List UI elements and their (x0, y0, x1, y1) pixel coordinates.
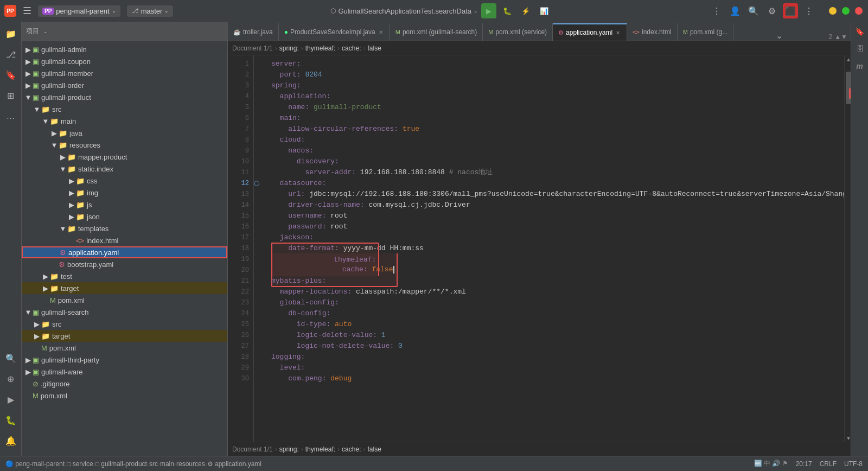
status-resources[interactable]: resources (176, 460, 205, 468)
status-encoding[interactable]: UTF-8 (844, 460, 863, 468)
scroll-up-button[interactable]: ▲ (845, 55, 851, 63)
tree-item-gulimall-member[interactable]: ▶ ▣ gulimall-member (22, 67, 227, 79)
tree-item-gulimall-product[interactable]: ▼ ▣ gulimall-product (22, 91, 227, 103)
tab-pom-g[interactable]: M pom.xml (g... (678, 23, 734, 41)
code-editor[interactable]: 1 2 3 4 5 6 7 8 9 10 11 12 13 14 15 16 1… (228, 55, 851, 442)
tree-item-js[interactable]: ▶ 📁 js (22, 199, 227, 211)
tab-up-arrow[interactable]: ▲ (834, 33, 841, 41)
tree-item-templates[interactable]: ▼ 📁 templates (22, 222, 227, 234)
close-button[interactable] (855, 7, 863, 15)
tab-close-icon[interactable]: ✕ (615, 30, 621, 36)
debug-button[interactable]: 🐛 (500, 3, 515, 18)
status-file[interactable]: ⚙ application.yaml (207, 460, 261, 468)
tree-item-mapper-product[interactable]: ▶ 📁 mapper.product (22, 151, 227, 163)
folder-icon: 📁 (67, 153, 76, 161)
tree-item-index-html[interactable]: ▶ <> index.html (22, 234, 227, 246)
tree-item-gulimall-admin[interactable]: ▶ ▣ gulimall-admin (22, 43, 227, 55)
status-service[interactable]: □ service (67, 460, 93, 468)
editor-vertical-scrollbar[interactable]: ▲ ▼ (844, 55, 851, 442)
tree-item-pom-search[interactable]: ▶ M pom.xml (22, 342, 227, 354)
tree-item-json[interactable]: ▶ 📁 json (22, 211, 227, 222)
breadcrumb-cache[interactable]: cache: (342, 44, 361, 52)
tree-item-java[interactable]: ▶ 📁 java (22, 127, 227, 139)
tab-scroll-more[interactable]: ⌄ (774, 30, 785, 41)
tree-item-static-index[interactable]: ▼ 📁 static.index (22, 163, 227, 175)
search-everywhere-button[interactable]: 🔍 (746, 3, 761, 18)
bc-thymeleaf[interactable]: thymeleaf: (305, 445, 335, 453)
more-button[interactable]: ⋮ (801, 3, 816, 18)
status-main[interactable]: main (160, 460, 174, 468)
sidebar-bookmarks-button[interactable]: 🔖 (1, 65, 21, 85)
tree-item-resources[interactable]: ▼ 📁 resources (22, 139, 227, 151)
tree-item-src-search[interactable]: ▶ 📁 src (22, 318, 227, 330)
tree-item-gulimall-order[interactable]: ▶ ▣ gulimall-order (22, 79, 227, 91)
right-panel-db[interactable]: 🗄 (852, 41, 867, 56)
right-panel-m[interactable]: m (852, 59, 867, 74)
tree-item-pom-product[interactable]: ▶ M pom.xml (22, 294, 227, 306)
tree-item-gulimall-third-party[interactable]: ▶ ▣ gulimall-third-party (22, 354, 227, 366)
tab-close-icon[interactable]: ✕ (378, 29, 384, 35)
sidebar-debug-button[interactable]: 🐛 (1, 410, 21, 430)
coverage-button[interactable]: ⚡ (518, 3, 533, 18)
more-options-button[interactable]: ⋮ (709, 3, 724, 18)
bc-spring[interactable]: spring: (279, 445, 299, 453)
run-button[interactable]: ▶ (481, 3, 496, 18)
code-content[interactable]: server: port: 8204 spring: application: … (265, 55, 844, 442)
settings-button[interactable]: ⚙ (764, 3, 780, 18)
tab-down-arrow[interactable]: ▼ (841, 33, 847, 41)
tree-item-main[interactable]: ▼ 📁 main (22, 115, 227, 127)
tree-item-bootstrap-yaml[interactable]: ▶ ⚙ bootstrap.yaml (22, 258, 227, 270)
tree-item-pom-root[interactable]: ▶ ⊘ .gitignore (22, 378, 227, 390)
tab-index-html[interactable]: <> index.html (627, 23, 678, 41)
tree-item-target-search[interactable]: ▶ 📁 target (22, 330, 227, 342)
tab-pom-search[interactable]: M pom.xml (gulimall-search) (390, 23, 483, 41)
scroll-down-button[interactable]: ▼ (845, 434, 851, 442)
tree-item-pom-parent[interactable]: ▶ M pom.xml (22, 390, 227, 402)
minimize-button[interactable] (829, 7, 837, 15)
stop-button[interactable]: ⬛ (783, 3, 798, 18)
tree-item-gulimall-ware[interactable]: ▶ ▣ gulimall-ware (22, 366, 227, 378)
sidebar-more-button[interactable]: … (1, 106, 21, 126)
hamburger-icon[interactable]: ☰ (21, 3, 34, 19)
tab-product-save[interactable]: ● ProductSaveServiceImpl.java ✕ (279, 23, 390, 41)
tree-item-gulimall-coupon[interactable]: ▶ ▣ gulimall-coupon (22, 55, 227, 67)
status-project[interactable]: 🔵 peng-mall-parent (5, 460, 65, 468)
run-configuration[interactable]: ⬡ GulimallSearchApplicationTest.searchDa… (330, 7, 478, 15)
profiler-button[interactable]: 📊 (537, 3, 552, 18)
breadcrumb-thymeleaf[interactable]: thymeleaf: (305, 44, 335, 52)
tab-application-yaml[interactable]: ⚙ application.yaml ✕ (553, 23, 627, 41)
tree-item-gulimall-search[interactable]: ▼ ▣ gulimall-search (22, 306, 227, 318)
sidebar-run-button[interactable]: ▶ (1, 390, 21, 409)
sidebar-git-button[interactable]: ⊕ (1, 369, 21, 389)
tree-item-application-yaml[interactable]: ▶ ⚙ application.yaml (22, 246, 227, 258)
file-tree-content[interactable]: ▶ ▣ gulimall-admin ▶ ▣ gulimall-coupon ▶… (22, 41, 227, 456)
gutter-fold-icon[interactable]: ⬡ (254, 180, 259, 187)
status-module[interactable]: □ gulimall-product (95, 460, 147, 468)
sidebar-notifications-button[interactable]: 🔔 (1, 431, 21, 450)
tree-item-css[interactable]: ▶ 📁 css (22, 175, 227, 187)
sidebar-project-button[interactable]: 📁 (1, 24, 21, 43)
profile-icon[interactable]: 👤 (727, 3, 743, 18)
bc-cache[interactable]: cache: (342, 445, 361, 453)
tree-item-src[interactable]: ▼ 📁 src (22, 103, 227, 115)
maximize-button[interactable] (842, 7, 850, 15)
project-selector[interactable]: PP peng-mall-parent ⌄ (38, 5, 120, 17)
breadcrumb-false[interactable]: false (367, 44, 381, 52)
sidebar-structure-button[interactable]: ⊞ (1, 86, 21, 105)
bc-false[interactable]: false (367, 445, 381, 453)
tree-item-img[interactable]: ▶ 📁 img (22, 187, 227, 199)
breadcrumb-spring[interactable]: spring: (279, 44, 299, 52)
vcs-branch-selector[interactable]: ⎇ master ⌄ (127, 5, 174, 17)
tree-item-test[interactable]: ▶ 📁 test (22, 270, 227, 282)
tab-pom-service[interactable]: M pom.xml (service) (483, 23, 553, 41)
status-line-ending[interactable]: CRLF (820, 460, 837, 468)
sidebar-commit-button[interactable]: ⎇ (1, 44, 21, 64)
status-icons[interactable]: 🔤 中 🔊 ⚑ (754, 459, 788, 468)
tree-item-target-product[interactable]: ▶ 📁 target (22, 282, 227, 294)
collapse-arrow: ▶ (33, 332, 41, 340)
status-src[interactable]: src (149, 460, 158, 468)
tab-troller[interactable]: ☕ troller.java (228, 23, 279, 41)
status-position[interactable]: 20:17 (796, 460, 812, 468)
right-panel-bookmarks[interactable]: 🔖 (852, 24, 867, 39)
sidebar-search-button[interactable]: 🔍 (1, 348, 21, 368)
